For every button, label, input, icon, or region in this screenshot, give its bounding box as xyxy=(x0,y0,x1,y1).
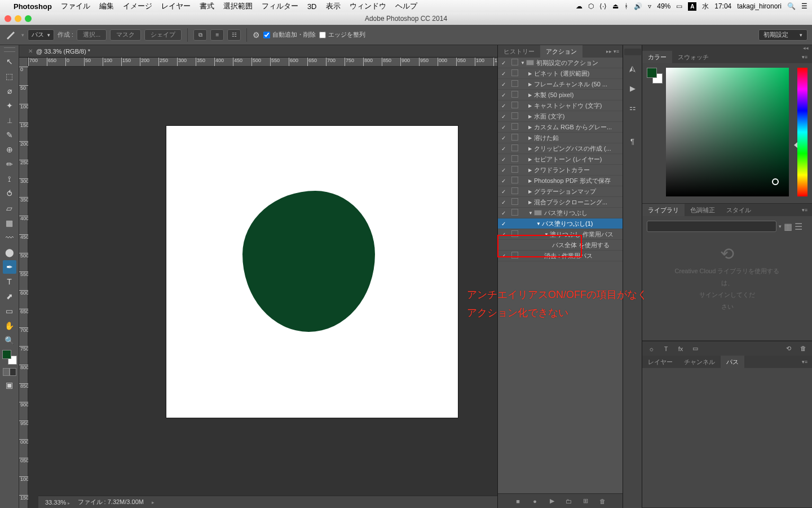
gear-icon[interactable]: ⚙ xyxy=(253,30,260,40)
menu-edit[interactable]: 編集 xyxy=(99,1,114,11)
action-dialog-icon[interactable] xyxy=(509,198,520,206)
action-row[interactable]: ✓▶キャストシャドウ (文字) xyxy=(498,100,623,111)
zoom-tool[interactable]: 🔍 xyxy=(3,334,16,347)
action-dialog-icon[interactable] xyxy=(509,80,520,88)
action-toggle-icon[interactable]: ✓ xyxy=(498,167,509,173)
align-edges-checkbox[interactable]: エッジを整列 xyxy=(319,30,365,39)
ime-icon[interactable]: A xyxy=(688,2,696,11)
lib-grid-icon[interactable]: ▦ xyxy=(784,221,792,232)
panel-menu-icon[interactable]: ▾≡ xyxy=(797,207,812,213)
color-panel-swatch[interactable] xyxy=(647,68,663,84)
clone-stamp-tool[interactable]: ⟟ xyxy=(3,172,16,186)
hand-tool[interactable]: ✋ xyxy=(3,319,16,332)
menu-type[interactable]: 書式 xyxy=(200,1,214,11)
healing-brush-tool[interactable]: ⊕ xyxy=(3,143,16,156)
crop-tool[interactable]: ⟂ xyxy=(3,113,16,127)
record-icon[interactable]: ● xyxy=(531,497,540,505)
action-dialog-icon[interactable] xyxy=(509,166,520,174)
action-toggle-icon[interactable]: ✓ xyxy=(498,189,509,195)
menu-filter[interactable]: フィルター xyxy=(262,1,298,11)
history-panel-icon[interactable]: ⮙ xyxy=(627,63,638,75)
path-selection-tool[interactable]: ⬈ xyxy=(3,290,16,303)
eyedropper-tool[interactable]: ✎ xyxy=(3,128,16,142)
action-dialog-icon[interactable] xyxy=(509,91,520,99)
ext-icon[interactable]: ⏏ xyxy=(612,2,619,10)
vertical-ruler[interactable]: 0501001502002503003504004505005506006507… xyxy=(19,58,28,508)
action-dialog-icon[interactable] xyxy=(509,102,520,110)
adj-icon-4[interactable]: ▭ xyxy=(691,345,700,352)
tab-paths[interactable]: パス xyxy=(721,356,744,368)
actions-panel-icon[interactable]: ▶ xyxy=(627,82,638,94)
auto-add-delete-checkbox[interactable]: 自動追加・削除 xyxy=(263,30,316,39)
lasso-tool[interactable]: ⌀ xyxy=(3,84,16,98)
action-row[interactable]: ✓▶Photoshop PDF 形式で保存 xyxy=(498,176,623,186)
action-toggle-icon[interactable]: ✓ xyxy=(498,221,509,227)
action-toggle-icon[interactable]: ✓ xyxy=(498,199,509,205)
menu-layer[interactable]: レイヤー xyxy=(161,1,191,11)
user-name[interactable]: takagi_hironori xyxy=(737,2,782,10)
magic-wand-tool[interactable]: ✦ xyxy=(3,99,16,112)
tab-swatches[interactable]: スウォッチ xyxy=(672,51,714,63)
action-dialog-icon[interactable] xyxy=(509,112,520,120)
action-row[interactable]: ✓▶セピアトーン (レイヤー) xyxy=(498,154,623,165)
quick-mask-toggle[interactable] xyxy=(3,368,16,376)
make-mask-button[interactable]: マスク xyxy=(110,29,141,41)
action-toggle-icon[interactable]: ✓ xyxy=(498,124,509,130)
rectangle-tool[interactable]: ▭ xyxy=(3,304,16,318)
type-tool[interactable]: T xyxy=(3,275,16,288)
action-row[interactable]: ✓▶フレームチャンネル (50 ... xyxy=(498,79,623,90)
hue-pointer[interactable] xyxy=(794,142,797,148)
action-row[interactable]: ✓▶木製 (50 pixel) xyxy=(498,90,623,100)
clock-day[interactable]: 水 xyxy=(702,2,709,11)
trash-icon[interactable]: 🗑 xyxy=(598,497,607,505)
foreground-background-swatch[interactable] xyxy=(2,350,17,365)
brush-tool[interactable]: ✏ xyxy=(3,157,16,171)
battery-icon[interactable]: ▭ xyxy=(676,2,682,10)
app-name[interactable]: Photoshop xyxy=(14,2,52,11)
workspace-preset-select[interactable]: 初期設定 xyxy=(758,29,807,41)
action-row[interactable]: ✓▶混合ブラシクローニング... xyxy=(498,197,623,208)
action-toggle-icon[interactable]: ✓ xyxy=(498,156,509,163)
action-dialog-icon[interactable] xyxy=(509,209,520,217)
action-row[interactable]: ✓▶ビネット (選択範囲) xyxy=(498,68,623,79)
adj-icon-3[interactable]: fx xyxy=(676,345,685,352)
wifi-icon[interactable]: ▿ xyxy=(648,2,651,10)
tool-grip[interactable] xyxy=(4,47,15,52)
tab-color[interactable]: カラー xyxy=(642,51,672,63)
panel-top-collapse[interactable]: ◂◂ xyxy=(642,45,812,51)
menu-select[interactable]: 選択範囲 xyxy=(223,1,253,11)
menu-file[interactable]: ファイル xyxy=(61,1,90,11)
spotlight-icon[interactable]: 🔍 xyxy=(787,2,796,10)
action-toggle-icon[interactable]: ✓ xyxy=(498,71,509,77)
make-shape-button[interactable]: シェイプ xyxy=(144,29,182,41)
make-selection-button[interactable]: 選択... xyxy=(77,29,107,41)
action-row[interactable]: ✓▶グラデーションマップ xyxy=(498,186,623,197)
action-row[interactable]: ✓▶クリッピングパスの作成 (... xyxy=(498,143,623,154)
path-op-icon[interactable]: ⧉ xyxy=(193,29,207,41)
strip-handle[interactable] xyxy=(624,49,641,55)
action-row[interactable]: ✓▶カスタム RGB からグレー... xyxy=(498,122,623,133)
action-toggle-icon[interactable]: ✓ xyxy=(498,60,509,66)
tool-preset-icon[interactable] xyxy=(5,28,18,42)
notification-icon[interactable]: ☰ xyxy=(801,2,807,10)
path-mode-select[interactable]: パス xyxy=(28,29,54,41)
marquee-tool[interactable]: ⬚ xyxy=(3,69,16,83)
move-tool[interactable]: ↖ xyxy=(3,55,16,68)
panel-collapse-icon[interactable]: ▸▸ ▾≡ xyxy=(603,49,623,54)
new-action-icon[interactable]: ⊞ xyxy=(581,497,590,505)
action-row[interactable]: ✓▼パス塗りつぶし xyxy=(498,208,623,218)
action-row[interactable]: パス全体 を使用する xyxy=(498,240,623,251)
dropbox-icon[interactable]: ⬡ xyxy=(588,2,594,10)
action-dialog-icon[interactable] xyxy=(509,134,520,142)
canvas-viewport[interactable] xyxy=(28,67,497,508)
window-minimize-button[interactable] xyxy=(15,15,21,22)
new-set-icon[interactable]: 🗀 xyxy=(564,497,573,505)
clock-time[interactable]: 17:04 xyxy=(714,2,731,10)
bluetooth-icon[interactable]: ᚼ xyxy=(624,2,628,10)
adj-icon-1[interactable]: ☼ xyxy=(647,345,656,352)
action-row[interactable]: ✓▶水面 (文字) xyxy=(498,111,623,122)
action-dialog-icon[interactable] xyxy=(509,69,520,77)
tab-libraries[interactable]: ライブラリ xyxy=(642,204,685,216)
zoom-readout[interactable]: 33.33% xyxy=(45,499,70,506)
action-toggle-icon[interactable]: ✓ xyxy=(498,135,509,141)
